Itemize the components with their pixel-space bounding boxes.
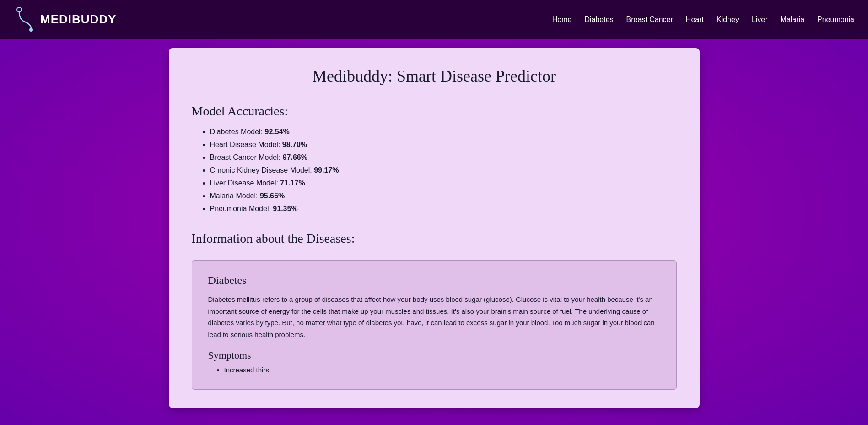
disease-card-title-diabetes: Diabetes	[208, 274, 660, 287]
info-heading: Information about the Diseases:	[192, 231, 677, 251]
accuracy-item-malaria: Malaria Model: 95.65%	[210, 192, 677, 200]
accuracy-label-breast-cancer: Breast Cancer Model:	[210, 153, 283, 161]
accuracy-value-kidney: 99.17%	[314, 166, 339, 174]
nav-link-kidney[interactable]: Kidney	[717, 16, 739, 23]
nav-link-pneumonia[interactable]: Pneumonia	[817, 16, 854, 23]
nav-link-heart[interactable]: Heart	[686, 16, 704, 23]
disease-card-diabetes: Diabetes Diabetes mellitus refers to a g…	[192, 260, 677, 390]
nav-item-heart[interactable]: Heart	[686, 16, 704, 24]
accuracies-list: Diabetes Model: 92.54% Heart Disease Mod…	[192, 128, 677, 213]
accuracy-value-malaria: 95.65%	[260, 192, 285, 200]
logo-text: MEDIBUDDY	[40, 12, 116, 27]
accuracy-value-heart: 98.70%	[282, 141, 307, 148]
accuracy-label-diabetes: Diabetes Model:	[210, 128, 265, 136]
nav-link-diabetes[interactable]: Diabetes	[584, 16, 613, 23]
symptom-text-increased-thirst: Increased thirst	[224, 366, 271, 374]
accuracy-item-kidney: Chronic Kidney Disease Model: 99.17%	[210, 166, 677, 174]
nav-item-home[interactable]: Home	[552, 16, 572, 24]
nav-link-breast-cancer[interactable]: Breast Cancer	[626, 16, 673, 23]
page-title: Medibuddy: Smart Disease Predictor	[192, 66, 677, 86]
svg-point-0	[17, 7, 22, 12]
nav-link-liver[interactable]: Liver	[752, 16, 768, 23]
nav-link-malaria[interactable]: Malaria	[781, 16, 804, 23]
accuracy-value-pneumonia: 91.35%	[273, 205, 297, 212]
accuracy-label-pneumonia: Pneumonia Model:	[210, 205, 273, 212]
accuracy-item-heart: Heart Disease Model: 98.70%	[210, 141, 677, 149]
stethoscope-icon	[14, 6, 37, 33]
nav-item-diabetes[interactable]: Diabetes	[584, 16, 613, 24]
accuracy-item-diabetes: Diabetes Model: 92.54%	[210, 128, 677, 136]
disease-card-desc-diabetes: Diabetes mellitus refers to a group of d…	[208, 294, 660, 340]
nav-item-pneumonia[interactable]: Pneumonia	[817, 16, 854, 24]
nav-item-malaria[interactable]: Malaria	[781, 16, 804, 24]
nav-link-home[interactable]: Home	[552, 16, 572, 23]
accuracies-heading: Model Accuracies:	[192, 104, 677, 119]
main-container: Medibuddy: Smart Disease Predictor Model…	[169, 48, 700, 408]
accuracy-item-liver: Liver Disease Model: 71.17%	[210, 179, 677, 187]
logo[interactable]: MEDIBUDDY	[14, 6, 116, 33]
symptom-item-increased-thirst: Increased thirst	[224, 366, 660, 374]
accuracy-item-breast-cancer: Breast Cancer Model: 97.66%	[210, 153, 677, 162]
nav-links: Home Diabetes Breast Cancer Heart Kidney…	[552, 16, 854, 24]
accuracy-value-breast-cancer: 97.66%	[283, 153, 307, 161]
accuracy-label-heart: Heart Disease Model:	[210, 141, 282, 148]
accuracy-label-liver: Liver Disease Model:	[210, 179, 280, 187]
navbar: MEDIBUDDY Home Diabetes Breast Cancer He…	[0, 0, 868, 39]
nav-item-liver[interactable]: Liver	[752, 16, 768, 24]
svg-point-1	[29, 28, 33, 32]
accuracy-value-diabetes: 92.54%	[265, 128, 290, 136]
symptoms-list-diabetes: Increased thirst	[208, 366, 660, 374]
symptoms-heading-diabetes: Symptoms	[208, 349, 660, 361]
nav-item-kidney[interactable]: Kidney	[717, 16, 739, 24]
accuracy-label-kidney: Chronic Kidney Disease Model:	[210, 166, 314, 174]
accuracy-label-malaria: Malaria Model:	[210, 192, 260, 200]
nav-item-breast-cancer[interactable]: Breast Cancer	[626, 16, 673, 24]
accuracy-value-liver: 71.17%	[280, 179, 305, 187]
accuracy-item-pneumonia: Pneumonia Model: 91.35%	[210, 205, 677, 213]
